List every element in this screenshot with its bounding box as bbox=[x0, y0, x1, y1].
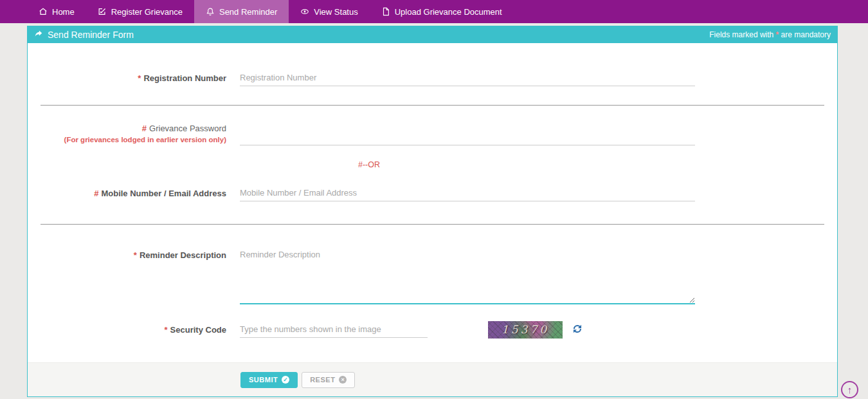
up-arrow-icon: ↑ bbox=[847, 384, 853, 395]
nav-item-send-reminder[interactable]: Send Reminder bbox=[194, 0, 289, 23]
grievance-password-row: #Grievance Password (For grievances lodg… bbox=[28, 124, 837, 145]
grievance-password-input[interactable] bbox=[240, 124, 695, 145]
panel-title: Send Reminder Form bbox=[34, 30, 134, 41]
nav-item-label: View Status bbox=[314, 7, 357, 17]
submit-button[interactable]: SUBMIT ✓ bbox=[240, 372, 298, 388]
reset-button[interactable]: RESET × bbox=[302, 372, 355, 388]
document-icon bbox=[381, 7, 390, 16]
top-navbar: Home Register Grievance Send Reminder Vi… bbox=[0, 0, 868, 23]
section-divider bbox=[41, 224, 824, 225]
panel-header: Send Reminder Form Fields marked with * … bbox=[28, 26, 837, 43]
required-marker: * bbox=[165, 325, 168, 335]
edit-icon bbox=[98, 7, 107, 16]
reminder-description-textarea[interactable] bbox=[240, 246, 695, 304]
captcha-image: 15370 bbox=[488, 321, 563, 339]
reminder-description-label: *Reminder Description bbox=[28, 246, 240, 260]
nav-item-label: Send Reminder bbox=[219, 7, 277, 17]
nav-item-label: Upload Grievance Document bbox=[395, 7, 502, 17]
grievance-password-label: #Grievance Password (For grievances lodg… bbox=[28, 124, 240, 144]
home-icon bbox=[39, 7, 48, 16]
security-code-row: *Security Code 15370 bbox=[28, 320, 837, 339]
mandatory-note: Fields marked with * are mandatory bbox=[709, 30, 831, 39]
required-marker: * bbox=[138, 73, 141, 83]
registration-number-row: *Registration Number bbox=[28, 69, 837, 87]
security-code-input[interactable] bbox=[240, 321, 428, 338]
nav-item-home[interactable]: Home bbox=[27, 0, 86, 23]
security-code-label: *Security Code bbox=[28, 325, 240, 335]
mobile-email-label: #Mobile Number / Email Address bbox=[28, 189, 240, 198]
required-marker: * bbox=[134, 250, 137, 260]
nav-item-upload-grievance-document[interactable]: Upload Grievance Document bbox=[370, 0, 514, 23]
nav-item-register-grievance[interactable]: Register Grievance bbox=[86, 0, 194, 23]
nav-item-view-status[interactable]: View Status bbox=[289, 0, 369, 23]
send-reminder-panel: Send Reminder Form Fields marked with * … bbox=[27, 26, 838, 397]
hash-marker: # bbox=[94, 189, 98, 198]
captcha-refresh-button[interactable] bbox=[571, 323, 584, 336]
refresh-icon bbox=[572, 323, 583, 337]
mobile-email-input[interactable] bbox=[240, 185, 695, 201]
mobile-email-row: #Mobile Number / Email Address bbox=[28, 184, 837, 202]
scroll-to-top-button[interactable]: ↑ bbox=[841, 381, 858, 398]
panel-title-text: Send Reminder Form bbox=[48, 30, 134, 40]
forward-arrow-icon bbox=[34, 30, 43, 41]
form-body: *Registration Number #Grievance Password… bbox=[28, 43, 837, 362]
bell-icon bbox=[206, 7, 215, 16]
hash-marker: # bbox=[142, 124, 147, 133]
nav-item-label: Home bbox=[52, 7, 75, 17]
registration-number-label: *Registration Number bbox=[28, 73, 240, 83]
grievance-password-note: (For grievances lodged in earlier versio… bbox=[28, 136, 226, 144]
reminder-description-row: *Reminder Description bbox=[28, 246, 837, 304]
registration-number-input[interactable] bbox=[240, 70, 695, 86]
or-separator: #--OR bbox=[28, 160, 837, 170]
check-circle-icon: ✓ bbox=[282, 376, 289, 384]
nav-item-label: Register Grievance bbox=[111, 7, 183, 17]
x-circle-icon: × bbox=[339, 376, 347, 384]
section-divider bbox=[41, 105, 824, 106]
eye-icon bbox=[300, 7, 309, 16]
form-actions: SUBMIT ✓ RESET × bbox=[28, 362, 837, 396]
